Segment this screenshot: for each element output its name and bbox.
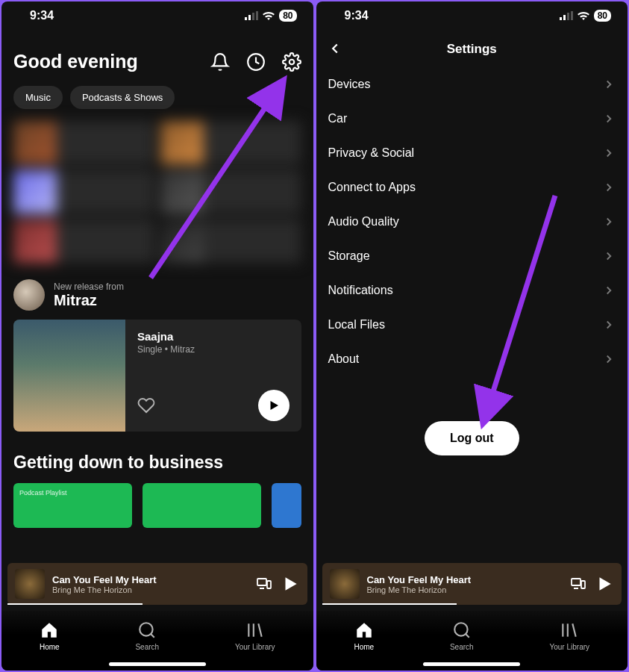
svg-rect-3 bbox=[256, 11, 258, 20]
signal-icon bbox=[560, 11, 573, 20]
heart-icon[interactable] bbox=[137, 396, 155, 414]
chevron-right-icon bbox=[602, 112, 616, 125]
section-business: Getting down to business bbox=[13, 452, 301, 473]
artist-avatar bbox=[13, 279, 45, 311]
settings-label: Local Files bbox=[328, 318, 385, 332]
settings-row-devices[interactable]: Devices bbox=[328, 67, 616, 102]
svg-point-28 bbox=[454, 623, 467, 635]
status-icons: 80 bbox=[245, 10, 296, 22]
battery-level: 80 bbox=[279, 10, 296, 22]
settings-row-notifications[interactable]: Notifications bbox=[328, 273, 616, 308]
nav-home[interactable]: Home bbox=[40, 620, 60, 651]
now-playing-art bbox=[15, 569, 45, 599]
release-card[interactable]: Saajna Single • Mitraz bbox=[13, 320, 301, 432]
svg-rect-25 bbox=[581, 581, 585, 588]
shortcut-tile[interactable] bbox=[160, 220, 301, 263]
svg-point-5 bbox=[289, 59, 294, 64]
settings-row-audio[interactable]: Audio Quality bbox=[328, 205, 616, 239]
bell-icon[interactable] bbox=[210, 52, 230, 72]
podcast-badge: Podcast Playlist bbox=[19, 489, 126, 497]
svg-line-32 bbox=[573, 623, 576, 636]
status-time: 9:34 bbox=[345, 9, 369, 22]
phone-settings: 9:34 80 Settings Devices Car Privacy & S… bbox=[316, 1, 628, 671]
settings-row-connect[interactable]: Connect to Apps bbox=[328, 170, 616, 205]
chevron-right-icon bbox=[602, 215, 616, 228]
svg-marker-12 bbox=[285, 577, 296, 590]
shortcut-tile[interactable] bbox=[13, 220, 154, 263]
devices-icon[interactable] bbox=[255, 575, 273, 593]
settings-label: About bbox=[328, 352, 360, 366]
svg-rect-19 bbox=[563, 15, 566, 20]
now-playing-artist: Bring Me The Horizon bbox=[367, 585, 563, 594]
nav-home[interactable]: Home bbox=[354, 620, 374, 651]
nav-library[interactable]: Your Library bbox=[235, 620, 275, 651]
settings-label: Storage bbox=[328, 249, 370, 263]
nav-library[interactable]: Your Library bbox=[549, 620, 589, 651]
progress-bar[interactable] bbox=[322, 603, 457, 605]
settings-label: Privacy & Social bbox=[328, 146, 415, 160]
release-artwork bbox=[13, 320, 125, 432]
svg-line-29 bbox=[466, 634, 469, 638]
chip-music[interactable]: Music bbox=[13, 86, 63, 109]
settings-row-about[interactable]: About bbox=[328, 342, 616, 376]
progress-bar[interactable] bbox=[7, 603, 143, 605]
filter-chips: Music Podcasts & Shows bbox=[13, 86, 301, 109]
svg-rect-9 bbox=[257, 579, 266, 585]
shortcut-tile[interactable] bbox=[160, 121, 301, 164]
logout-button[interactable]: Log out bbox=[425, 421, 519, 455]
history-icon[interactable] bbox=[246, 52, 266, 72]
nav-search[interactable]: Search bbox=[450, 620, 474, 651]
nav-home-label: Home bbox=[40, 643, 60, 651]
svg-rect-21 bbox=[571, 11, 573, 20]
play-icon[interactable] bbox=[595, 574, 614, 594]
wifi-icon bbox=[577, 11, 590, 21]
chevron-right-icon bbox=[602, 78, 616, 91]
chip-podcasts[interactable]: Podcasts & Shows bbox=[70, 86, 175, 109]
release-meta: Single • Mitraz bbox=[137, 344, 290, 355]
chevron-right-icon bbox=[602, 284, 616, 297]
shortcut-tile[interactable] bbox=[160, 170, 301, 214]
play-button[interactable] bbox=[258, 390, 290, 421]
shortcut-tile[interactable] bbox=[13, 121, 154, 164]
gear-icon[interactable] bbox=[282, 52, 301, 72]
settings-row-storage[interactable]: Storage bbox=[328, 239, 616, 273]
now-playing-bar[interactable]: Can You Feel My Heart Bring Me The Horiz… bbox=[7, 563, 307, 605]
podcast-card[interactable]: Podcast Playlist bbox=[13, 483, 132, 528]
nav-library-label: Your Library bbox=[235, 643, 275, 651]
home-indicator bbox=[423, 662, 520, 666]
shortcut-grid bbox=[13, 121, 301, 263]
now-playing-art bbox=[330, 569, 360, 599]
podcast-card[interactable] bbox=[272, 483, 301, 528]
release-label: New release from bbox=[54, 281, 124, 292]
library-icon bbox=[245, 620, 265, 640]
back-button[interactable] bbox=[327, 40, 343, 57]
business-row[interactable]: Podcast Playlist bbox=[13, 483, 301, 528]
home-indicator bbox=[109, 662, 206, 666]
release-track: Saajna bbox=[137, 330, 290, 343]
bottom-nav: Home Search Your Library bbox=[1, 611, 313, 671]
podcast-card[interactable] bbox=[143, 483, 261, 528]
settings-label: Car bbox=[328, 112, 348, 125]
bottom-nav: Home Search Your Library bbox=[316, 611, 628, 671]
settings-row-privacy[interactable]: Privacy & Social bbox=[328, 136, 616, 170]
settings-label: Devices bbox=[328, 78, 371, 91]
devices-icon[interactable] bbox=[569, 575, 587, 593]
svg-marker-6 bbox=[270, 401, 278, 410]
shortcut-tile[interactable] bbox=[13, 170, 154, 214]
now-playing-bar[interactable]: Can You Feel My Heart Bring Me The Horiz… bbox=[322, 563, 622, 605]
svg-marker-27 bbox=[600, 577, 611, 590]
play-icon[interactable] bbox=[281, 574, 300, 594]
settings-row-localfiles[interactable]: Local Files bbox=[328, 308, 616, 342]
new-release-header[interactable]: New release from Mitraz bbox=[13, 279, 301, 311]
settings-row-car[interactable]: Car bbox=[328, 102, 616, 136]
library-icon bbox=[560, 620, 579, 640]
nav-search-label: Search bbox=[450, 643, 474, 651]
svg-rect-18 bbox=[560, 17, 562, 20]
chevron-right-icon bbox=[602, 146, 616, 160]
release-artist: Mitraz bbox=[54, 292, 124, 309]
svg-line-14 bbox=[151, 634, 154, 638]
nav-search[interactable]: Search bbox=[135, 620, 159, 651]
play-icon bbox=[267, 399, 281, 412]
status-bar: 9:34 80 bbox=[1, 1, 313, 28]
settings-label: Notifications bbox=[328, 284, 393, 297]
